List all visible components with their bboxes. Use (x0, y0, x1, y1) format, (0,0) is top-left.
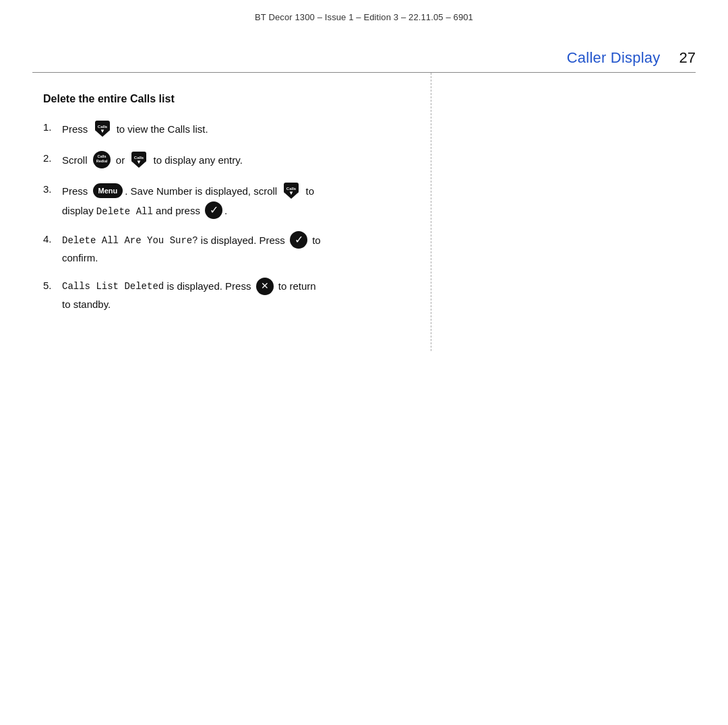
cancel-btn-icon: ✕ (256, 278, 274, 295)
header-text: BT Decor 1300 – Issue 1 – Edition 3 – 22… (255, 12, 473, 22)
step-1-text: Press Calls ▼ to view the Calls list. (62, 120, 398, 139)
step-3-num: 3. (43, 182, 62, 197)
list-item: 1. Press Calls ▼ to (43, 120, 398, 139)
steps-list: 1. Press Calls ▼ to (43, 120, 398, 312)
header-bar: BT Decor 1300 – Issue 1 – Edition 3 – 22… (0, 0, 728, 29)
step-5-num: 5. (43, 278, 62, 294)
svg-text:▼: ▼ (289, 190, 294, 196)
content-right (431, 73, 728, 351)
svg-text:▼: ▼ (136, 159, 142, 165)
step-1-num: 1. (43, 120, 62, 135)
step-5-text: Calls List Deleted is displayed. Press ✕… (62, 278, 398, 313)
ok-btn-icon: ✓ (205, 201, 222, 219)
step-4-num: 4. (43, 232, 62, 247)
step-2-num: 2. (43, 151, 62, 166)
page-number: 27 (679, 49, 696, 67)
step-2-text: Scroll Calls Redial or (62, 151, 398, 170)
list-item: 3. Press Menu . Save Number is displayed… (43, 182, 398, 220)
calls-down-btn-icon-2: Calls ▼ (129, 150, 148, 169)
step-3-text: Press Menu . Save Number is displayed, s… (62, 182, 398, 220)
top-section: Caller Display 27 (0, 29, 728, 72)
svg-text:Redial: Redial (96, 159, 107, 163)
content-left: Delete the entire Calls list 1. Press Ca… (0, 73, 431, 351)
step-4-text: Delete All Are You Sure? is displayed. P… (62, 232, 398, 266)
caller-display-title: Caller Display (567, 49, 661, 67)
svg-text:Calls: Calls (97, 154, 106, 158)
list-item: 2. Scroll Calls Redial or (43, 151, 398, 170)
list-item: 5. Calls List Deleted is displayed. Pres… (43, 278, 398, 313)
ok-btn-icon-2: ✓ (290, 231, 307, 249)
menu-btn-icon: Menu (93, 183, 123, 198)
redial-btn-icon: Calls Redial (92, 150, 111, 169)
main-content: Delete the entire Calls list 1. Press Ca… (0, 73, 728, 351)
list-item: 4. Delete All Are You Sure? is displayed… (43, 232, 398, 266)
calls-down-btn-icon: Calls ▼ (93, 119, 112, 138)
svg-text:▼: ▼ (100, 128, 105, 134)
section-title: Delete the entire Calls list (43, 93, 398, 105)
calls-down-btn-icon-3: Calls ▼ (282, 181, 301, 200)
